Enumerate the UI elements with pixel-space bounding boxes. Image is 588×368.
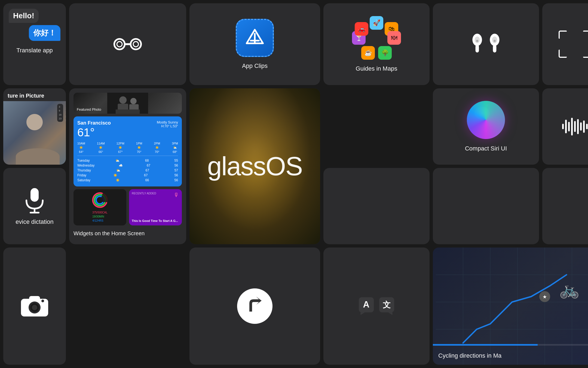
weather-day-wed: Wednesday☁️6756 xyxy=(77,163,178,168)
svg-text:A: A xyxy=(363,300,369,309)
cycling-label: Cycling directions in Ma xyxy=(438,352,501,359)
podcast-widget[interactable]: RECENTLY ADDED 🎙 This Is Good Time To St… xyxy=(129,189,182,225)
activity-cal: 375/500CAL xyxy=(92,210,108,215)
scan-card[interactable] xyxy=(542,3,588,85)
svg-point-0 xyxy=(114,39,125,49)
featured-photo-widget: Featured Photo xyxy=(74,93,182,114)
appclips-icon xyxy=(236,19,274,57)
airpods-card[interactable] xyxy=(433,3,539,85)
cycling-progress-fill xyxy=(433,344,538,346)
wave-bar-7 xyxy=(580,122,582,131)
dictation-card[interactable]: evice dictation xyxy=(3,168,66,244)
weather-temp: 61° xyxy=(77,126,111,139)
translate-label: Translate app xyxy=(14,47,56,54)
guides-card[interactable]: 🚀 🛍 🍽 🌳 ☕ 🍸 🚗 Guides in Maps xyxy=(323,3,430,85)
translate-bubbles: Hello! 你好！ xyxy=(9,9,60,41)
svg-point-3 xyxy=(131,39,141,49)
turn-right-icon xyxy=(244,295,266,317)
weather-daily: Tuesday⛅6855 Wednesday☁️6756 Thursday⛅67… xyxy=(77,156,178,183)
activity-min: 19/30MIN xyxy=(92,215,108,219)
svg-point-14 xyxy=(494,40,496,42)
svg-rect-8 xyxy=(476,45,479,52)
empty-card-6 xyxy=(542,168,588,244)
weather-city: San Francisco xyxy=(77,120,111,126)
magnifier-card[interactable] xyxy=(69,3,186,85)
svg-point-16 xyxy=(119,96,127,104)
guide-icon-nature: 🌳 xyxy=(378,46,392,60)
wave-bar-2 xyxy=(565,120,567,133)
siri-card[interactable]: Compact Siri UI xyxy=(433,88,539,165)
activity-stats: 375/500CAL 19/30MIN 4/12HRS xyxy=(92,210,108,223)
svg-marker-41 xyxy=(388,312,392,315)
pip-image-area: 391623 10172425 xyxy=(3,101,66,165)
wave-bar-5 xyxy=(574,121,576,132)
svg-point-18 xyxy=(130,98,137,104)
podcast-recently: RECENTLY ADDED xyxy=(132,192,156,195)
siri-orb xyxy=(467,101,505,139)
guide-icon-food: 🍽 xyxy=(387,31,401,45)
nav-card[interactable] xyxy=(189,248,320,365)
magnifier-icon xyxy=(111,35,144,54)
weather-day-tue: Tuesday⛅6855 xyxy=(77,158,178,163)
camera-svg xyxy=(20,293,50,318)
wave-bar-6 xyxy=(577,119,579,134)
translation-icon-svg: A 文 xyxy=(359,292,394,320)
weather-hour-4: 1PM☀️70° xyxy=(136,142,142,153)
wave-bar-4 xyxy=(571,118,573,135)
soundwaves-card[interactable] xyxy=(542,88,588,165)
guides-label: Guides in Maps xyxy=(353,65,400,72)
weather-desc: Mostly Sunny xyxy=(157,120,178,124)
weather-high-low: H:70° L:53° xyxy=(157,124,178,128)
widgets-inner: Featured Photo San Francisco 61° Mostly … xyxy=(69,88,186,244)
weather-widget[interactable]: San Francisco 61° Mostly Sunny H:70° L:5… xyxy=(74,116,182,186)
cycling-inner: ★ 🚲 Cycling directions in Ma xyxy=(433,248,588,365)
wave-bar-8 xyxy=(583,120,585,133)
svg-rect-31 xyxy=(29,296,40,301)
bubble-hello: Hello! xyxy=(9,9,39,23)
cycling-card[interactable]: ★ 🚲 Cycling directions in Ma xyxy=(433,248,588,365)
cycling-map-svg: ★ 🚲 xyxy=(433,248,588,365)
pip-card[interactable]: ture in Picture 391623 10172425 xyxy=(3,88,66,165)
mic-icon xyxy=(24,187,45,215)
translate-card[interactable]: Hello! 你好！ Translate app xyxy=(3,3,66,85)
main-grid: Hello! 你好！ Translate app xyxy=(0,0,588,368)
svg-point-34 xyxy=(32,305,37,310)
airpods-icon xyxy=(464,28,508,61)
guide-icon-transport: 🚀 xyxy=(370,16,383,30)
glassos-bg: glassOS xyxy=(189,88,320,244)
guide-icon-coffee: ☕ xyxy=(361,46,375,60)
svg-rect-2 xyxy=(125,43,131,45)
nav-arrow-button xyxy=(237,288,272,324)
wave-bar-3 xyxy=(568,122,570,131)
activity-widget[interactable]: 375/500CAL 19/30MIN 4/12HRS xyxy=(74,189,126,225)
appclips-card[interactable]: App Clips xyxy=(189,3,320,85)
sound-waves-icon xyxy=(562,116,588,137)
weather-hour-2: 11AM☀️66° xyxy=(97,142,105,153)
svg-point-10 xyxy=(476,40,478,42)
translate2-card[interactable]: A 文 xyxy=(323,248,430,365)
guides-icons: 🚀 🛍 🍽 🌳 ☕ 🍸 🚗 xyxy=(355,16,398,60)
featured-photo-label: Featured Photo xyxy=(77,107,101,111)
widgets-bottom-row: 375/500CAL 19/30MIN 4/12HRS RECENTLY ADD… xyxy=(74,189,182,225)
app-store-icon xyxy=(244,27,266,49)
siri-label: Compact Siri UI xyxy=(462,145,510,152)
svg-rect-20 xyxy=(116,110,140,114)
camera-icon xyxy=(20,293,50,319)
activity-ring xyxy=(92,192,108,208)
svg-point-35 xyxy=(41,300,44,302)
svg-point-4 xyxy=(133,41,138,47)
weather-hour-6: 3PM⛅68° xyxy=(172,142,178,153)
podcast-title: This Is Good Time To Start A G... xyxy=(132,219,179,223)
weather-hour-1: 10AM☀️64° xyxy=(77,142,85,153)
weather-day-sat: Saturday☀️6656 xyxy=(77,178,178,183)
camera-card[interactable] xyxy=(3,248,66,365)
widgets-card[interactable]: Featured Photo San Francisco 61° Mostly … xyxy=(69,88,186,244)
activity-hrs: 4/12HRS xyxy=(92,219,108,223)
weather-day-thu: Thursday⛅6757 xyxy=(77,168,178,173)
podcast-icon: 🎙 xyxy=(174,192,179,198)
weather-hour-5: 2PM☀️70° xyxy=(154,142,160,153)
glassos-card[interactable]: glassOS xyxy=(189,88,320,244)
wave-bar-1 xyxy=(562,124,564,129)
svg-point-1 xyxy=(117,41,122,47)
svg-text:★: ★ xyxy=(543,294,547,300)
